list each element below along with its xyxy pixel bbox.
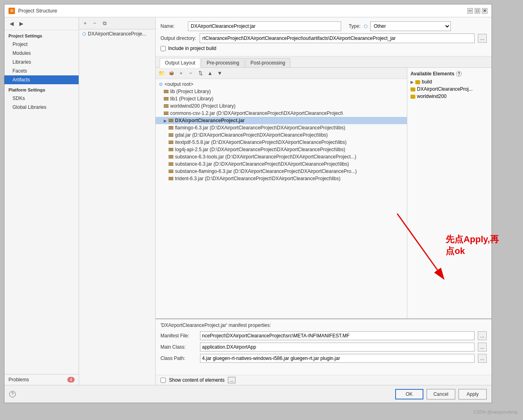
sidebar-item-sdks[interactable]: SDKs (4, 94, 79, 103)
output-up-btn[interactable]: ▲ (206, 69, 215, 78)
browse-class-path-button[interactable]: … (478, 354, 487, 363)
sidebar-item-modules[interactable]: Modules (4, 49, 79, 58)
tree-item-log4j-label: log4j-api-2.5.jar (D:\DXAirportClearance… (175, 147, 345, 152)
type-select-wrapper: ⬡ Other (364, 21, 451, 31)
sidebar-item-global-libraries[interactable]: Global Libraries (4, 103, 79, 112)
cancel-button[interactable]: Cancel (427, 389, 455, 399)
content-split: + − ⧉ ⬡ DXAirportClearanceProje... (79, 17, 492, 385)
output-extract-btn[interactable]: 📦 (167, 69, 176, 78)
class-path-input[interactable] (200, 354, 475, 363)
avail-item-build[interactable]: ▶ build (409, 78, 490, 85)
help-icon[interactable]: ? (456, 71, 462, 77)
avail-item-worldwind200[interactable]: worldwind200 (409, 93, 490, 100)
output-down-btn[interactable]: ▼ (215, 69, 224, 78)
artifact-item-label: DXAirportClearanceProje... (88, 31, 146, 37)
minimize-button[interactable]: ─ (467, 8, 473, 14)
browse-main-class-button[interactable]: … (478, 343, 487, 351)
window-controls: ─ □ ✕ (467, 8, 488, 14)
output-folder-btn[interactable]: 📁 (157, 69, 166, 78)
maximize-button[interactable]: □ (475, 8, 480, 14)
worldwind200-icon (164, 104, 169, 108)
sidebar-item-project[interactable]: Project (4, 40, 79, 49)
main-class-label: Main Class: (160, 344, 197, 350)
tree-item-worldwind200[interactable]: worldwind200 (Project Library) (156, 102, 407, 110)
log4j-icon (169, 148, 173, 151)
name-label: Name: (160, 23, 185, 29)
manifest-file-input[interactable] (200, 331, 475, 340)
sidebar-item-libraries[interactable]: Libraries (4, 58, 79, 67)
artifact-list-pane: + − ⧉ ⬡ DXAirportClearanceProje... (79, 17, 156, 385)
class-path-row: Class Path: … (160, 354, 487, 363)
browse-output-dir-button[interactable]: … (478, 34, 487, 43)
tree-item-lib[interactable]: lib (Project Library) (156, 88, 407, 95)
title-bar-left: ⚙ Project Structure (8, 8, 57, 14)
tree-item-worldwind200-label: worldwind200 (Project Library) (170, 103, 235, 109)
type-select[interactable]: Other (370, 21, 451, 31)
main-content: + − ⧉ ⬡ DXAirportClearanceProje... (79, 17, 492, 385)
tree-item-substance[interactable]: substance-6.3.jar (D:\DXAirportClearance… (156, 160, 407, 168)
output-dir-label: Output directory: (160, 35, 196, 41)
problems-badge: 4 (67, 377, 75, 383)
output-layout-area: 📁 📦 + − ⇅ ▲ ▼ (156, 68, 492, 318)
trident-icon (169, 177, 173, 180)
tree-item-lib1[interactable]: lib1 (Project Library) (156, 95, 407, 102)
tab-post-processing[interactable]: Post-processing (245, 58, 290, 67)
name-input[interactable] (188, 21, 341, 31)
ok-button[interactable]: OK (395, 389, 423, 399)
output-remove-btn[interactable]: − (186, 69, 195, 78)
substance-icon (169, 162, 173, 166)
avail-item-dxairport[interactable]: DXAirportClearanceProj... (409, 85, 490, 93)
avail-item-build-label: build (422, 79, 432, 85)
problems-label: Problems (8, 377, 29, 383)
title-bar: ⚙ Project Structure ─ □ ✕ (4, 4, 492, 17)
tree-item-substance-tools[interactable]: substance-6.3-tools.jar (D:\DXAirportCle… (156, 153, 407, 160)
sidebar-forward-button[interactable]: ▶ (17, 20, 25, 28)
tab-pre-processing[interactable]: Pre-processing (201, 58, 244, 67)
flamingo-icon (169, 126, 173, 129)
output-add-btn[interactable]: + (177, 69, 185, 78)
add-artifact-button[interactable]: + (81, 19, 90, 28)
footer-buttons: OK Cancel Apply (395, 389, 487, 399)
include-build-label: Include in project build (168, 46, 216, 51)
commons-csv-icon (164, 112, 169, 115)
tree-item-gdal[interactable]: gdal.jar (D:\DXAirportClearanceProject\D… (156, 131, 407, 139)
header-fields: Name: Type: ⬡ Other Output direct (156, 17, 492, 56)
tree-item-root-label: <output root> (165, 81, 193, 87)
apply-button[interactable]: Apply (458, 389, 487, 399)
tree-item-dxairport-jar-label: DXAirportClearanceProject.jar (175, 118, 245, 123)
available-elements-panel: Available Elements ? ▶ build DXAirportCl… (407, 68, 492, 318)
output-sort-btn[interactable]: ⇅ (196, 69, 205, 78)
show-content-more-button[interactable]: ... (228, 377, 235, 383)
tab-output-layout[interactable]: Output Layout (160, 58, 200, 68)
copy-artifact-button[interactable]: ⧉ (100, 19, 109, 28)
output-dir-row: Output directory: … (160, 33, 487, 43)
build-expand-icon: ▶ (410, 80, 414, 84)
tree-item-itextpdf-label: itextpdf-5.5.8.jar (D:\DXAirportClearanc… (175, 139, 347, 145)
footer-help-icon[interactable]: ? (9, 391, 16, 397)
tree-item-substance-flamingo[interactable]: substance-flamingo-6.3.jar (D:\DXAirport… (156, 168, 407, 175)
include-in-build-checkbox[interactable] (160, 46, 166, 51)
expand-icon: ▶ (164, 119, 167, 123)
tree-item-dxairport-jar[interactable]: ▶ DXAirportClearanceProject.jar (156, 117, 407, 124)
sidebar-back-button[interactable]: ◀ (8, 20, 16, 28)
main-class-row: Main Class: … (160, 343, 487, 351)
tree-item-root[interactable]: ⚙ <output root> (156, 81, 407, 88)
tree-item-log4j[interactable]: log4j-api-2.5.jar (D:\DXAirportClearance… (156, 146, 407, 153)
remove-artifact-button[interactable]: − (90, 19, 99, 28)
dxairport-folder-icon (410, 87, 415, 91)
artifact-list-item[interactable]: ⬡ DXAirportClearanceProje... (79, 29, 155, 38)
tree-item-commons-csv[interactable]: commons-csv-1.2.jar (D:\DXAirportClearan… (156, 110, 407, 117)
tree-item-substance-tools-label: substance-6.3-tools.jar (D:\DXAirportCle… (175, 154, 356, 160)
sidebar-item-facets[interactable]: Facets (4, 67, 79, 75)
app-icon: ⚙ (8, 8, 15, 14)
main-class-input[interactable] (200, 343, 475, 351)
tabs-bar: Output Layout Pre-processing Post-proces… (156, 56, 492, 68)
tree-item-trident[interactable]: trident-6.3.jar (D:\DXAirportClearancePr… (156, 175, 407, 182)
sidebar-item-artifacts[interactable]: Artifacts (4, 75, 79, 84)
browse-manifest-button[interactable]: … (478, 331, 487, 340)
tree-item-itextpdf[interactable]: itextpdf-5.5.8.jar (D:\DXAirportClearanc… (156, 139, 407, 146)
tree-item-flamingo[interactable]: flamingo-6.3.jar (D:\DXAirportClearanceP… (156, 124, 407, 131)
output-dir-input[interactable] (200, 33, 475, 43)
close-button[interactable]: ✕ (482, 8, 488, 14)
show-content-checkbox[interactable] (160, 378, 166, 383)
